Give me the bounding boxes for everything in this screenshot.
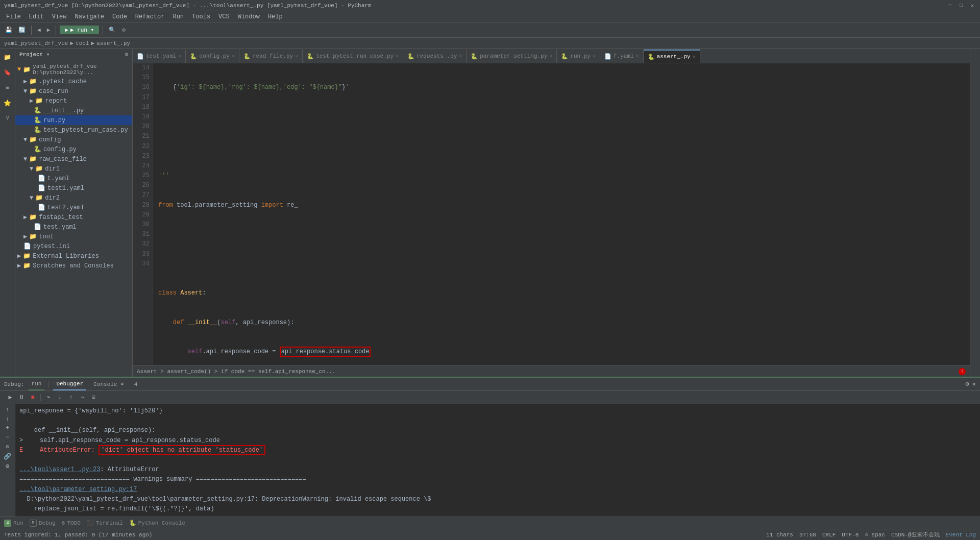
tab-close-icon[interactable]: ✕ (396, 53, 399, 59)
tab-close-icon[interactable]: ✕ (295, 53, 298, 59)
tab-close-icon[interactable]: ✕ (549, 53, 552, 59)
save-button[interactable]: 💾 (3, 26, 14, 34)
event-log-link[interactable]: Event Log (946, 532, 976, 538)
debug-gear-icon[interactable]: ⚙ (966, 380, 969, 388)
menu-help[interactable]: Help (264, 11, 287, 22)
tree-dir1[interactable]: ▼ 📁 dir1 (15, 164, 132, 174)
project-icon[interactable]: 📁 (2, 51, 14, 63)
tab-test-yaml[interactable]: 📄 test.yaml ✕ (133, 50, 186, 63)
menu-vcs[interactable]: VCS (214, 11, 234, 22)
breadcrumb-item-1[interactable]: yaml_pytest_drf_vue (4, 40, 68, 46)
structure-icon[interactable]: ≡ (2, 82, 14, 94)
run-button[interactable]: ▶ ▶ run ▾ (60, 26, 99, 34)
back-button[interactable]: ◀ (35, 26, 43, 34)
menu-file[interactable]: File (2, 11, 25, 22)
code-editor[interactable]: 14 15 16 17 18 19 20 21 22 23 24 25 26 2… (133, 63, 970, 365)
debug-stop-btn[interactable]: ■ (28, 392, 38, 403)
tab-parameter-setting[interactable]: 🐍 parameter_setting.py ✕ (467, 50, 557, 63)
tab-config-py[interactable]: 🐍 config.py ✕ (186, 50, 239, 63)
tree-dir2[interactable]: ▼ 📁 dir2 (15, 193, 132, 203)
tree-scratches[interactable]: ▶ 📁 Scratches and Consoles (15, 261, 132, 271)
debug-minus-icon[interactable]: − (6, 434, 9, 441)
sidebar-gear-icon[interactable]: ⚙ (125, 51, 128, 58)
tab-run-py[interactable]: 🐍 run.py ✕ (557, 50, 600, 63)
tab-requests[interactable]: 🐍 requests_.py ✕ (403, 50, 467, 63)
menu-navigate[interactable]: Navigate (70, 11, 108, 22)
maximize-button[interactable]: □ (958, 2, 965, 9)
tree-init-py[interactable]: 🐍 __init__.py (15, 106, 132, 115)
debug-resume-btn[interactable]: ▶ (5, 392, 15, 403)
debug-step-over-btn[interactable]: ↷ (43, 392, 54, 403)
debug-close-icon[interactable]: ✕ (972, 380, 976, 388)
tree-test1-yaml[interactable]: 📄 test1.yaml (15, 183, 132, 193)
menu-window[interactable]: Window (234, 11, 264, 22)
python-console-tab[interactable]: 🐍 Python Console (129, 520, 185, 526)
tree-test-run-case[interactable]: 🐍 test_pytest_run_case.py (15, 125, 132, 135)
search-button[interactable]: 🔍 (107, 26, 118, 34)
tab-close-icon[interactable]: ✕ (593, 53, 596, 59)
menu-refactor[interactable]: Refactor (131, 11, 169, 22)
tree-fastapi-test[interactable]: ▶ 📁 fastapi_test (15, 212, 132, 222)
tab-read-file[interactable]: 🐍 read_file.py ✕ (239, 50, 303, 63)
tab-test-pytest-run-case[interactable]: 🐍 test_pytest_run_case.py ✕ (303, 50, 403, 63)
debug-step-into-btn[interactable]: ↓ (55, 392, 65, 403)
debug-down-icon[interactable]: ↓ (6, 415, 9, 423)
debug-debugger-tab[interactable]: Debugger (53, 378, 86, 390)
tree-raw-case-file[interactable]: ▼ 📁 raw_case_file (15, 154, 132, 164)
tab-close-icon[interactable]: ✕ (459, 53, 462, 59)
tree-config[interactable]: ▼ 📁 config (15, 135, 132, 144)
menu-code[interactable]: Code (108, 11, 131, 22)
tab-close-icon[interactable]: ✕ (232, 53, 235, 59)
tree-report[interactable]: ▶ 📁 report (15, 96, 132, 106)
tab-close-icon[interactable]: ✕ (636, 53, 639, 59)
breadcrumb-item-2[interactable]: tool (76, 40, 89, 46)
tree-t-yaml[interactable]: 📄 t.yaml (15, 174, 132, 183)
tree-test2-yaml[interactable]: 📄 test2.yaml (15, 203, 132, 212)
minimize-button[interactable]: ─ (946, 2, 953, 9)
debug-evaluate-btn[interactable]: ≡ (88, 392, 99, 403)
tab-f-yaml[interactable]: 📄 f.yaml ✕ (600, 50, 644, 63)
run-tab[interactable]: 4 Run (4, 520, 23, 527)
tree-run-py[interactable]: 🐍 run.py (15, 115, 132, 125)
debug-console-tab[interactable]: Console ✶ (90, 378, 127, 390)
favorites-icon[interactable]: ⭐ (2, 97, 14, 109)
tab-close-icon[interactable]: ✕ (693, 54, 696, 60)
tree-case-run[interactable]: ▼ 📁 case_run (15, 86, 132, 96)
debug-tab-bottom[interactable]: 5 Debug (30, 520, 56, 527)
debug-run-to-cursor-btn[interactable]: ⇒ (77, 392, 87, 403)
menu-edit[interactable]: Edit (25, 11, 48, 22)
debug-4-tab[interactable]: 4 (131, 378, 141, 390)
tree-config-py[interactable]: 🐍 config.py (15, 144, 132, 154)
breadcrumb-item-3[interactable]: assert_.py (96, 40, 130, 46)
settings-button[interactable]: ⚙ (120, 26, 128, 34)
tree-test-yaml[interactable]: 📄 test.yaml (15, 222, 132, 232)
tree-external-libs[interactable]: ▶ 📁 External Libraries (15, 251, 132, 261)
tree-pytest-cache[interactable]: ▶ 📁 .pytest_cache (15, 77, 132, 86)
tab-assert-py[interactable]: 🐍 assert_.py ✕ (644, 50, 700, 63)
bookmark-icon[interactable]: 🔖 (2, 66, 14, 79)
menu-run[interactable]: Run (168, 11, 188, 22)
sync-button[interactable]: 🔄 (16, 26, 28, 34)
window-controls[interactable]: ─ □ ✕ (946, 2, 976, 9)
tree-tool[interactable]: ▶ 📁 tool (15, 232, 132, 241)
menu-tools[interactable]: Tools (188, 11, 214, 22)
debug-step-out-btn[interactable]: ↑ (66, 392, 76, 403)
code-content[interactable]: {'ig': ${name},'rng': ${name},'edg': "${… (153, 63, 970, 365)
menu-view[interactable]: View (48, 11, 71, 22)
tab-close-icon[interactable]: ✕ (178, 53, 181, 59)
todo-tab[interactable]: 6 TODO (62, 520, 81, 526)
forward-button[interactable]: ▶ (45, 26, 53, 34)
tree-root[interactable]: ▼ 📁 yaml_pytest_drf_vue D:\python2022\y.… (15, 62, 132, 77)
debug-add-icon[interactable]: + (6, 425, 9, 432)
debug-run-tab[interactable]: run (29, 378, 45, 390)
git-icon[interactable]: ⑂ (2, 112, 14, 125)
debug-filter-icon[interactable]: ⊘ (6, 443, 9, 451)
close-button[interactable]: ✕ (969, 2, 976, 9)
debug-link-icon[interactable]: 🔗 (4, 453, 11, 460)
tree-pytest-ini[interactable]: 📄 pytest.ini (15, 241, 132, 251)
debug-settings-icon[interactable]: ⚙ (6, 462, 9, 470)
terminal-tab[interactable]: ⬛ Terminal (87, 520, 123, 526)
debug-up-icon[interactable]: ↑ (6, 406, 9, 413)
debug-param-link[interactable]: ...\tool\parameter_setting.py:17 (19, 485, 976, 495)
debug-pause-btn[interactable]: ⏸ (16, 392, 27, 403)
